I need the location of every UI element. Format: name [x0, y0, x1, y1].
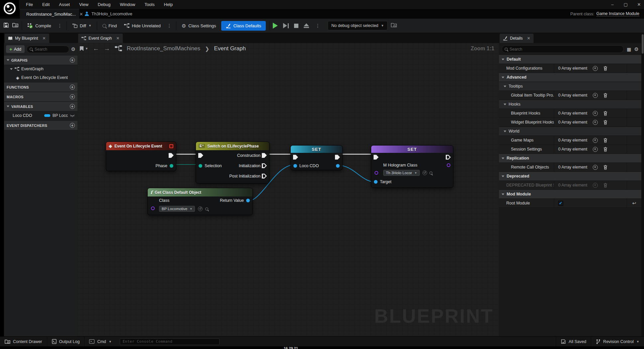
menu-tools[interactable]: Tools [140, 1, 158, 8]
diff-button[interactable]: Diff ▼ [70, 21, 93, 30]
maximize-button[interactable]: ▢ [623, 2, 628, 7]
menu-asset[interactable]: Asset [55, 1, 74, 8]
nav-back-arrow-icon[interactable]: ← [93, 45, 99, 52]
details-settings-gear-icon[interactable]: ⚙ [634, 47, 639, 52]
node-switch-elifecyclephase[interactable]: E⁺ Switch on ELifecyclePhase Constructio… [196, 142, 269, 183]
details-scrollbar[interactable] [641, 33, 644, 336]
details-row-advanced[interactable]: Advanced [499, 73, 641, 82]
details-row-replication[interactable]: Replication [499, 154, 641, 163]
panel-settings-gear-icon[interactable]: ⚙ [71, 47, 76, 52]
add-array-element-icon[interactable]: + [593, 111, 598, 116]
details-row-world[interactable]: World [499, 127, 641, 136]
section-graphs[interactable]: GRAPHS + [4, 56, 78, 65]
section-event-dispatchers[interactable]: EVENT DISPATCHERS + [4, 121, 78, 130]
hide-unrelated-button[interactable]: Hide Unrelated [122, 22, 163, 30]
return-value-pin[interactable] [246, 199, 250, 202]
menu-edit[interactable]: Edit [38, 1, 54, 8]
menu-debug[interactable]: Debug [94, 1, 114, 8]
compile-options-kebab[interactable]: ⋮ [57, 23, 63, 28]
menu-file[interactable]: File [22, 1, 37, 8]
reset-to-default-icon[interactable]: ↩ [632, 200, 636, 206]
clear-array-icon[interactable] [603, 165, 608, 170]
selection-pin[interactable] [199, 164, 202, 168]
close-icon[interactable]: ✕ [42, 36, 46, 41]
minimize-button[interactable]: – [610, 2, 615, 7]
exec-out-pin[interactable] [335, 155, 340, 160]
parent-class-link[interactable]: Game Instance Module [596, 11, 639, 16]
node-set-hologram-class[interactable]: SET M Hologram Class Th 3Holo Locor ▼ ↺ … [371, 145, 453, 188]
bookmarks-dropdown[interactable]: ▼ [80, 46, 88, 51]
menu-help[interactable]: Help [160, 1, 177, 8]
details-search-input[interactable] [510, 47, 621, 52]
clear-array-icon[interactable] [603, 120, 608, 125]
details-search[interactable] [502, 45, 624, 53]
clear-array-icon[interactable] [603, 66, 608, 71]
class-pin[interactable] [151, 206, 155, 210]
menu-view[interactable]: View [75, 1, 92, 8]
loco-cdo-out-pin[interactable] [336, 164, 340, 168]
add-array-element-icon[interactable]: + [593, 165, 598, 170]
eye-closed-icon[interactable] [70, 114, 75, 117]
cmd-dropdown[interactable]: >_ Cmd ▼ [84, 337, 116, 346]
phase-pin[interactable] [170, 164, 173, 168]
graph-options-kebab[interactable]: ⋮ [166, 23, 173, 28]
exec-in-pin[interactable] [374, 155, 379, 160]
details-row-default[interactable]: Default [499, 55, 641, 64]
section-functions[interactable]: FUNCTIONS + [4, 83, 78, 92]
section-macros[interactable]: MACROS + [4, 92, 78, 101]
class-dropdown[interactable]: BP Locomotive ▼ [159, 206, 195, 212]
add-macro-icon[interactable]: + [70, 94, 75, 99]
construction-exec-pin[interactable] [262, 153, 267, 158]
item-lifecycle-event[interactable]: ◈ Event On Lifecycle Event [4, 73, 78, 82]
use-selected-icon[interactable]: ↺ [198, 206, 203, 211]
loco-cdo-in-pin[interactable] [293, 164, 297, 168]
search-input[interactable] [35, 47, 66, 52]
console-command-input[interactable] [120, 338, 220, 345]
debug-browse-icon[interactable] [391, 22, 397, 29]
tab-rootinstance[interactable]: RootInstance_SmolMac... ✕ [20, 9, 79, 19]
content-drawer-button[interactable]: Content Drawer [0, 337, 47, 346]
menu-window[interactable]: Window [116, 1, 139, 8]
close-icon[interactable]: ✕ [527, 36, 530, 41]
close-icon[interactable]: ✕ [116, 36, 119, 41]
stop-button[interactable] [294, 24, 298, 28]
save-icon[interactable] [3, 22, 9, 29]
output-log-button[interactable]: Output Log [47, 337, 85, 346]
exec-out-pin[interactable] [169, 153, 174, 158]
tab-my-blueprint[interactable]: My Blueprint ✕ [5, 34, 49, 43]
display-filter-icon[interactable]: ▦ [627, 47, 631, 52]
item-eventgraph[interactable]: EventGraph [4, 65, 78, 73]
close-button[interactable]: ✕ [637, 2, 641, 7]
play-button[interactable] [273, 23, 278, 29]
initialization-exec-pin[interactable] [262, 163, 267, 168]
add-array-element-icon[interactable]: + [593, 120, 598, 125]
add-variable-icon[interactable]: + [70, 104, 75, 109]
my-blueprint-search[interactable] [27, 46, 69, 53]
graph-canvas[interactable] [78, 43, 499, 336]
post-initialization-exec-pin[interactable] [262, 174, 267, 178]
exec-out-pin[interactable] [446, 155, 451, 160]
nav-forward-arrow-icon[interactable]: → [104, 45, 110, 52]
breadcrumb-current[interactable]: Event Graph [214, 45, 245, 52]
clear-array-icon[interactable] [603, 111, 608, 116]
browse-asset-icon[interactable] [12, 22, 18, 29]
target-pin[interactable] [374, 180, 378, 184]
details-row-tooltips[interactable]: Tooltips [499, 82, 641, 91]
class-settings-button[interactable]: ⚙ Class Settings [180, 22, 218, 30]
add-button[interactable]: + Add [6, 45, 25, 53]
tab-details[interactable]: Details ✕ [500, 34, 534, 43]
class-defaults-button[interactable]: Class Defaults [221, 21, 266, 31]
browse-icon[interactable] [429, 172, 432, 174]
details-row-hooks[interactable]: Hooks [499, 100, 641, 109]
debug-object-dropdown[interactable]: No debug object selected ▼ [328, 21, 388, 30]
tab-th3holo[interactable]: Th3Holo_Locomotive [80, 9, 136, 19]
hologram-class-out-pin[interactable] [447, 164, 450, 167]
tab-event-graph[interactable]: Event Graph ✕ [78, 34, 123, 43]
node-event-on-lifecycle-event[interactable]: ◈ Event On Lifecycle Event Phase [106, 142, 176, 171]
details-row-deprecated[interactable]: Deprecated [499, 172, 641, 181]
add-function-icon[interactable]: + [70, 85, 75, 90]
add-array-element-icon[interactable]: + [593, 66, 598, 71]
add-array-element-icon[interactable]: + [593, 147, 598, 152]
clear-array-icon[interactable] [603, 138, 608, 143]
exec-in-pin[interactable] [293, 155, 298, 160]
